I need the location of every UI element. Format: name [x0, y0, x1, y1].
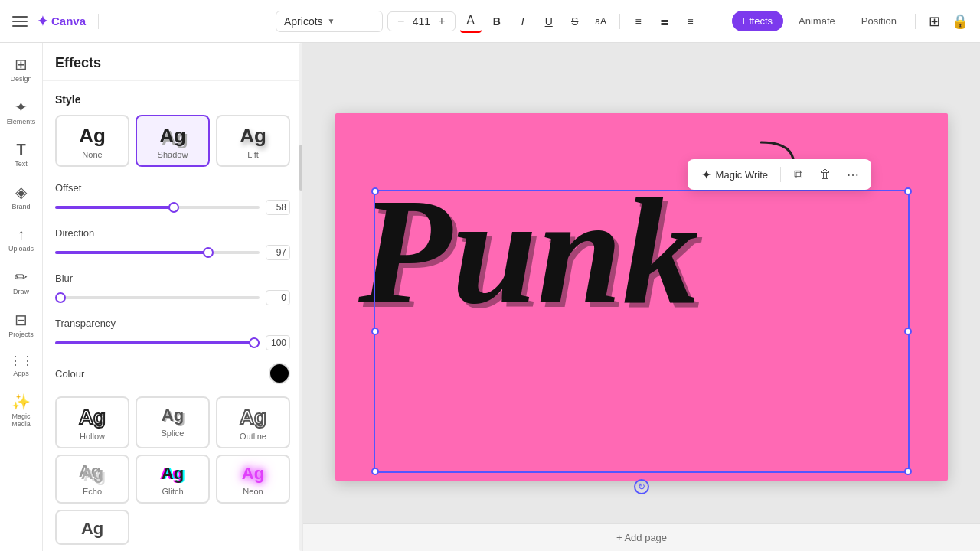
style-lift-card[interactable]: Ag Lift	[216, 115, 290, 167]
style-outline-label: Outline	[240, 432, 266, 441]
transparency-value[interactable]: 100	[266, 335, 290, 350]
add-page-button[interactable]: + Add page	[616, 532, 667, 543]
style-shadow-preview: Ag	[159, 126, 186, 145]
menu-button[interactable]	[9, 11, 31, 32]
style-echo-card[interactable]: Ag Echo	[55, 455, 129, 504]
offset-slider-fill	[55, 206, 174, 209]
blur-section: Blur 0	[55, 272, 290, 305]
transparency-slider-fill	[55, 341, 260, 344]
panel-scrollbar-thumb[interactable]	[299, 145, 302, 191]
sidebar-item-draw[interactable]: ✏ Draw	[3, 262, 40, 302]
style-splice-card[interactable]: Ag Splice	[136, 396, 210, 448]
font-family-select[interactable]: Apricots ▼	[276, 11, 383, 32]
style-none-preview: Ag	[79, 126, 106, 145]
style-neon-card[interactable]: Ag Neon	[216, 455, 290, 504]
direction-label: Direction	[55, 227, 290, 239]
colour-swatch[interactable]	[269, 363, 290, 384]
canvas[interactable]: Punk ↻ ✦ Magic Write ⧉ 🗑	[335, 113, 948, 481]
more-options-button[interactable]: ⋯	[842, 164, 864, 185]
font-size-value[interactable]: 411	[410, 15, 432, 28]
style-neon-preview: Ag	[242, 465, 264, 482]
font-size-decrease-button[interactable]: −	[394, 15, 407, 28]
style-hollow-label: Hollow	[80, 432, 105, 441]
style-grid-row2: Ag Hollow Ag Splice Ag Outline	[55, 396, 290, 448]
style-none-card[interactable]: Ag None	[55, 115, 129, 167]
rotate-handle[interactable]: ↻	[634, 479, 649, 494]
offset-section: Offset 58	[55, 182, 290, 215]
align-center-button[interactable]: ≣	[654, 11, 675, 32]
sidebar-label-magic-media: Magic Media	[6, 412, 37, 428]
style-more-card[interactable]: Ag	[55, 510, 129, 545]
style-hollow-card[interactable]: Ag Hollow	[55, 396, 129, 448]
underline-button[interactable]: U	[538, 11, 560, 32]
sidebar-label-text: Text	[15, 160, 28, 168]
style-lift-label: Lift	[247, 150, 259, 159]
sidebar-item-uploads[interactable]: ↑ Uploads	[3, 220, 40, 259]
direction-slider-thumb[interactable]	[203, 247, 214, 258]
style-glitch-card[interactable]: Ag Glitch	[136, 455, 210, 504]
topbar-left: ✦ Canva	[9, 11, 270, 32]
text-icon: T	[16, 141, 25, 158]
handle-bottom-left[interactable]	[371, 468, 379, 475]
effects-tab-button[interactable]: Effects	[732, 11, 784, 31]
align-left-button[interactable]: ≡	[628, 11, 649, 32]
style-outline-card[interactable]: Ag Outline	[216, 396, 290, 448]
style-grid-row3: Ag Echo Ag Glitch Ag Neon	[55, 455, 290, 504]
elements-icon: ✦	[15, 98, 28, 116]
topbar-right: Effects Animate Position ⊞ 🔒	[732, 11, 971, 32]
separator	[915, 14, 916, 29]
direction-value[interactable]: 97	[266, 245, 290, 260]
offset-slider-thumb[interactable]	[168, 202, 179, 213]
transparency-slider-track[interactable]	[55, 341, 260, 344]
style-none-label: None	[82, 150, 102, 159]
chevron-down-icon: ▼	[328, 17, 335, 25]
italic-button[interactable]: I	[512, 11, 534, 32]
handle-top-left[interactable]	[371, 187, 379, 195]
handle-middle-right[interactable]	[904, 328, 912, 335]
sidebar-item-text[interactable]: T Text	[3, 135, 40, 174]
case-button[interactable]: aA	[590, 11, 612, 32]
transparency-section: Transparency 100	[55, 318, 290, 350]
blur-value[interactable]: 0	[266, 290, 290, 305]
bold-button[interactable]: B	[486, 11, 508, 32]
animate-tab-button[interactable]: Animate	[788, 11, 846, 31]
canvas-area[interactable]: Punk ↻ ✦ Magic Write ⧉ 🗑	[303, 43, 980, 551]
sidebar-label-uploads: Uploads	[8, 245, 34, 253]
transparency-slider-thumb[interactable]	[249, 337, 260, 348]
offset-slider-track[interactable]	[55, 206, 260, 209]
panel-scrollbar[interactable]	[299, 43, 302, 551]
magic-write-button[interactable]: ✦ Magic Write	[695, 165, 774, 185]
style-echo-label: Echo	[83, 487, 102, 496]
magic-write-label: Magic Write	[716, 169, 768, 181]
sidebar-item-brand[interactable]: ◈ Brand	[3, 177, 40, 217]
blur-slider-track[interactable]	[55, 296, 260, 299]
sidebar-item-elements[interactable]: ✦ Elements	[3, 92, 40, 132]
effects-panel: Effects Style Ag None Ag Shadow Ag Lift	[43, 43, 303, 551]
sidebar-label-apps: Apps	[13, 370, 29, 377]
text-color-button[interactable]: A	[460, 11, 482, 33]
effects-panel-title: Effects	[43, 43, 302, 81]
strikethrough-button[interactable]: S	[564, 11, 586, 32]
offset-value[interactable]: 58	[266, 200, 290, 215]
lock-button[interactable]: 🔒	[949, 11, 971, 32]
font-size-increase-button[interactable]: +	[435, 15, 448, 28]
handle-middle-left[interactable]	[371, 328, 379, 335]
style-echo-preview: Ag	[81, 465, 103, 482]
copy-button[interactable]: ⧉	[787, 164, 808, 185]
style-shadow-card[interactable]: Ag Shadow	[136, 115, 210, 167]
grid-view-button[interactable]: ⊞	[923, 11, 945, 32]
sidebar-item-apps[interactable]: ⋮⋮ Apps	[3, 347, 40, 383]
canvas-main-text: Punk	[358, 174, 699, 328]
handle-bottom-right[interactable]	[904, 468, 912, 475]
projects-icon: ⊟	[15, 311, 28, 329]
colour-row: Colour	[55, 363, 290, 384]
align-right-button[interactable]: ≡	[680, 11, 701, 32]
blur-slider-thumb[interactable]	[55, 292, 66, 303]
sidebar-item-projects[interactable]: ⊟ Projects	[3, 305, 40, 344]
direction-slider-track[interactable]	[55, 251, 260, 254]
position-tab-button[interactable]: Position	[851, 11, 907, 31]
delete-button[interactable]: 🗑	[815, 164, 836, 185]
sidebar-item-design[interactable]: ⊞ Design	[3, 49, 40, 89]
sidebar-item-magic-media[interactable]: ✨ Magic Media	[3, 386, 40, 434]
handle-top-right[interactable]	[904, 187, 912, 195]
